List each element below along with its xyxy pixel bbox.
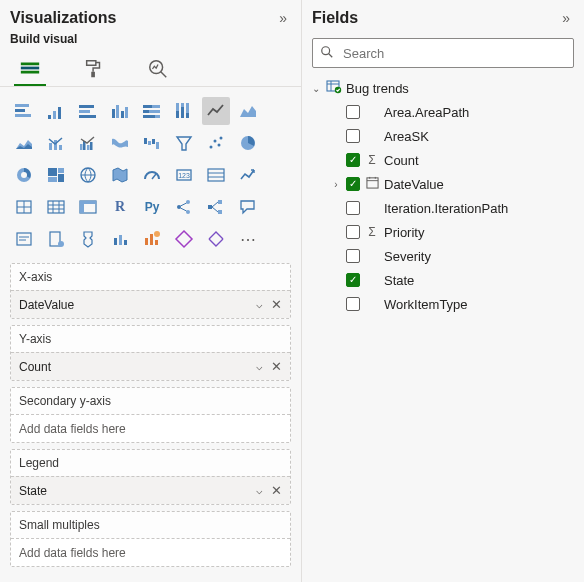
viz-matrix[interactable]: [74, 193, 102, 221]
viz-clustered-column[interactable]: [106, 97, 134, 125]
secyaxis-label: Secondary y-axis: [11, 388, 290, 414]
xaxis-slot[interactable]: DateValue ⌵ ✕: [11, 290, 290, 318]
xaxis-label: X-axis: [11, 264, 290, 290]
sigma-icon: Σ: [364, 153, 380, 167]
viz-clustered-bar[interactable]: [42, 97, 70, 125]
field-row[interactable]: ΣPriority: [306, 220, 578, 244]
svg-rect-49: [48, 168, 57, 176]
field-row[interactable]: Iteration.IterationPath: [306, 196, 578, 220]
field-row[interactable]: AreaSK: [306, 124, 578, 148]
viz-custom-2[interactable]: [202, 225, 230, 253]
viz-key-influencers[interactable]: [170, 193, 198, 221]
field-row[interactable]: ›DateValue: [306, 172, 578, 196]
xaxis-well[interactable]: X-axis DateValue ⌵ ✕: [10, 263, 291, 319]
svg-rect-52: [48, 177, 57, 182]
field-row[interactable]: State: [306, 268, 578, 292]
viz-table[interactable]: [42, 193, 70, 221]
secyaxis-well[interactable]: Secondary y-axis Add data fields here: [10, 387, 291, 443]
svg-rect-90: [150, 234, 153, 245]
viz-line-chart[interactable]: [202, 97, 230, 125]
field-row[interactable]: WorkItemType: [306, 292, 578, 316]
viz-pie[interactable]: [234, 129, 262, 157]
viz-100-stacked-bar[interactable]: [138, 97, 166, 125]
viz-custom-1[interactable]: [170, 225, 198, 253]
viz-stacked-area[interactable]: [10, 129, 38, 157]
collapse-fields-button[interactable]: »: [558, 8, 574, 28]
field-row[interactable]: Area.AreaPath: [306, 100, 578, 124]
viz-kpi[interactable]: [234, 161, 262, 189]
viz-treemap[interactable]: [42, 161, 70, 189]
viz-power-apps[interactable]: [106, 225, 134, 253]
yaxis-remove[interactable]: ✕: [267, 359, 286, 374]
secyaxis-slot[interactable]: Add data fields here: [11, 414, 290, 442]
svg-rect-51: [58, 174, 64, 182]
yaxis-dropdown[interactable]: ⌵: [252, 360, 267, 373]
tab-format-visual[interactable]: [78, 52, 110, 86]
viz-map[interactable]: [74, 161, 102, 189]
viz-line-column[interactable]: [42, 129, 70, 157]
legend-well[interactable]: Legend State ⌵ ✕: [10, 449, 291, 505]
field-checkbox[interactable]: [346, 177, 360, 191]
viz-waterfall[interactable]: [138, 129, 166, 157]
viz-decomposition-tree[interactable]: [202, 193, 230, 221]
svg-rect-11: [58, 107, 61, 119]
legend-dropdown[interactable]: ⌵: [252, 484, 267, 497]
svg-rect-81: [17, 233, 31, 245]
viz-power-automate[interactable]: [138, 225, 166, 253]
viz-paginated-report[interactable]: [42, 225, 70, 253]
viz-stacked-bar[interactable]: [10, 97, 38, 125]
viz-gauge[interactable]: [138, 161, 166, 189]
field-checkbox[interactable]: [346, 129, 360, 143]
field-checkbox[interactable]: [346, 249, 360, 263]
viz-r-script[interactable]: R: [106, 193, 134, 221]
collapse-viz-button[interactable]: »: [275, 8, 291, 28]
search-input[interactable]: [312, 38, 574, 68]
viz-multi-card[interactable]: [202, 161, 230, 189]
svg-rect-31: [49, 143, 52, 150]
viz-ribbon[interactable]: [106, 129, 134, 157]
viz-smart-narrative[interactable]: [10, 225, 38, 253]
viz-filled-map[interactable]: [106, 161, 134, 189]
visualizations-pane: Visualizations » Build visual: [0, 0, 302, 582]
field-caret-icon: ›: [330, 179, 342, 190]
viz-scatter[interactable]: [202, 129, 230, 157]
field-checkbox[interactable]: [346, 297, 360, 311]
viz-more-button[interactable]: ⋯: [234, 225, 262, 253]
viz-donut[interactable]: [10, 161, 38, 189]
tab-analytics[interactable]: [142, 52, 174, 86]
xaxis-dropdown[interactable]: ⌵: [252, 298, 267, 311]
tab-build-visual[interactable]: [14, 52, 46, 86]
field-row[interactable]: Severity: [306, 244, 578, 268]
smallmult-well[interactable]: Small multiples Add data fields here: [10, 511, 291, 567]
field-name: Iteration.IterationPath: [384, 201, 578, 216]
field-checkbox[interactable]: [346, 105, 360, 119]
fields-title: Fields: [312, 9, 358, 27]
field-checkbox[interactable]: [346, 273, 360, 287]
viz-python-script[interactable]: Py: [138, 193, 166, 221]
viz-stacked-column[interactable]: [74, 97, 102, 125]
viz-funnel[interactable]: [170, 129, 198, 157]
field-row[interactable]: ΣCount: [306, 148, 578, 172]
viz-line-clustered-column[interactable]: [74, 129, 102, 157]
field-checkbox[interactable]: [346, 225, 360, 239]
field-checkbox[interactable]: [346, 153, 360, 167]
xaxis-remove[interactable]: ✕: [267, 297, 286, 312]
dataset-icon: [326, 79, 342, 98]
smallmult-slot[interactable]: Add data fields here: [11, 538, 290, 566]
viz-100-stacked-column[interactable]: [170, 97, 198, 125]
viz-card[interactable]: 123: [170, 161, 198, 189]
viz-qna[interactable]: [234, 193, 262, 221]
yaxis-slot[interactable]: Count ⌵ ✕: [11, 352, 290, 380]
paint-roller-icon: [83, 58, 105, 80]
legend-remove[interactable]: ✕: [267, 483, 286, 498]
viz-goals[interactable]: [74, 225, 102, 253]
svg-rect-78: [218, 210, 222, 214]
legend-slot[interactable]: State ⌵ ✕: [11, 476, 290, 504]
dataset-row[interactable]: ⌄ Bug trends: [306, 76, 578, 100]
field-checkbox[interactable]: [346, 201, 360, 215]
viz-slicer[interactable]: [10, 193, 38, 221]
svg-rect-14: [79, 115, 96, 118]
viz-area-chart[interactable]: [234, 97, 262, 125]
yaxis-well[interactable]: Y-axis Count ⌵ ✕: [10, 325, 291, 381]
svg-point-44: [218, 144, 221, 147]
